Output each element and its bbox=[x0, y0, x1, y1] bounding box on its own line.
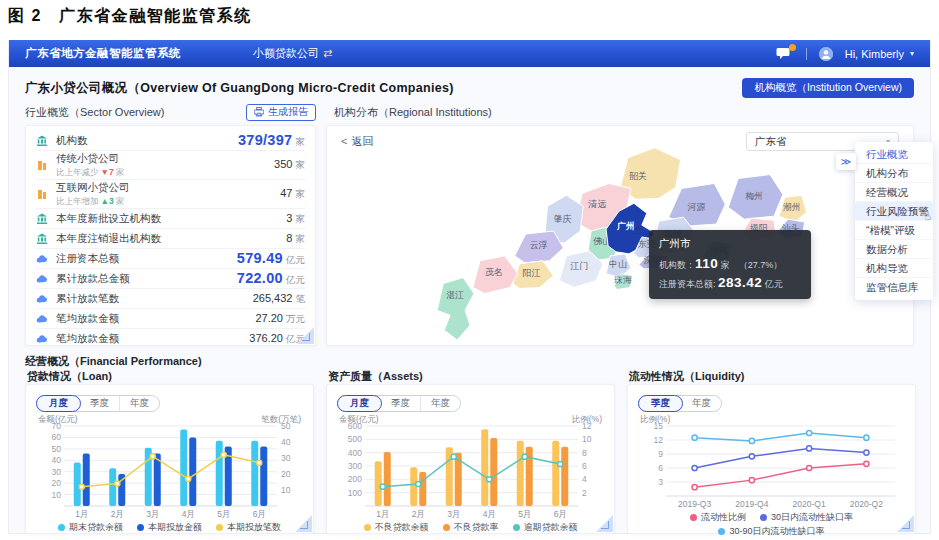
generate-report-label: 生成报告 bbox=[268, 105, 308, 119]
legend-dot-icon bbox=[443, 524, 450, 531]
stat-row: 机构数379/397 家 bbox=[36, 131, 305, 151]
chart-legend: 不良贷款余额不良贷款率逾期贷款余额 bbox=[337, 521, 604, 534]
map-region-label: 韶关 bbox=[629, 171, 647, 181]
menu-item[interactable]: 数据分析 bbox=[855, 240, 933, 259]
svg-text:50: 50 bbox=[52, 444, 62, 454]
menu-item[interactable]: 机构导览 bbox=[855, 259, 933, 278]
menu-item[interactable]: 行业风险预警☝ bbox=[855, 202, 933, 221]
map-region-label: 珠海 bbox=[614, 275, 632, 285]
stat-label: 笔均放款金额 bbox=[56, 332, 249, 346]
svg-text:70: 70 bbox=[52, 421, 62, 431]
stat-subtext: 比上年增加▲3家 bbox=[56, 196, 280, 208]
loan-chart[interactable]: 金额(亿元) 笔数(万笔) 1020304050607010203040501月… bbox=[36, 413, 303, 521]
svg-text:2019-Q4: 2019-Q4 bbox=[735, 499, 768, 509]
institution-overview-button[interactable]: 机构概览（Institution Overview) bbox=[742, 78, 914, 98]
stat-row: 注册资本总额579.49 亿元 bbox=[36, 249, 305, 269]
menu-item[interactable]: 监管信息库 bbox=[855, 278, 933, 297]
assets-chart[interactable]: 金额(亿元) 比例(%) 100200300400500600246810121… bbox=[337, 413, 604, 521]
svg-text:30: 30 bbox=[281, 453, 291, 463]
regional-map-card: 韶关清远河源梅州潮州汕头揭阳惠州汕尾肇庆云浮佛山广州东莞深圳中山珠海江门阳江茂名… bbox=[326, 125, 914, 346]
map-region-label: 潮州 bbox=[783, 202, 801, 212]
map-region-label: 肇庆 bbox=[553, 214, 571, 224]
stat-label: 注册资本总额 bbox=[56, 252, 237, 266]
map-region-label: 清远 bbox=[587, 199, 606, 209]
legend-item[interactable]: 流动性比例 bbox=[690, 511, 746, 524]
period-tabs: 季度年度 bbox=[638, 395, 722, 412]
menu-item[interactable]: 机构分布 bbox=[855, 164, 933, 183]
tab-2-0[interactable]: 季度 bbox=[638, 395, 683, 412]
tab-1-1[interactable]: 季度 bbox=[381, 396, 421, 411]
expand-corner-icon[interactable] bbox=[596, 515, 613, 532]
legend-item[interactable]: 不良贷款余额 bbox=[364, 521, 429, 534]
svg-text:60: 60 bbox=[52, 432, 62, 442]
building-icon bbox=[36, 188, 50, 200]
svg-text:3月: 3月 bbox=[146, 509, 159, 519]
menu-item[interactable]: 行业概览 bbox=[855, 145, 933, 164]
svg-text:200: 200 bbox=[348, 474, 362, 484]
page-content: 广东小贷公司概况（Overview Of GuangDong Micro-Cre… bbox=[9, 67, 930, 533]
expand-corner-icon[interactable] bbox=[897, 515, 914, 532]
legend-item[interactable]: 本期投放金额 bbox=[137, 521, 202, 534]
sector-stats-list: 机构数379/397 家传统小贷公司比上年减少▼7家350 家互联网小贷公司比上… bbox=[36, 131, 305, 349]
svg-text:4: 4 bbox=[582, 474, 587, 484]
stat-value: 27.20 万元 bbox=[255, 312, 305, 326]
loan-chart-card: 月度季度年度 金额(亿元) 笔数(万笔) 1020304050607010203… bbox=[25, 384, 314, 534]
svg-text:10: 10 bbox=[582, 434, 592, 444]
down-arrow-icon: ▼7 bbox=[101, 167, 114, 177]
legend-dot-icon bbox=[760, 514, 767, 521]
stat-value: 47 家 bbox=[280, 187, 305, 201]
user-menu[interactable]: Hi, Kimberly ▾ bbox=[819, 47, 914, 61]
nav-label: 小额贷款公司 bbox=[253, 46, 319, 61]
nav-item-micro-credit[interactable]: 小额贷款公司 ⇄ bbox=[253, 46, 332, 61]
map-region-label: 中山 bbox=[609, 259, 627, 269]
svg-text:10: 10 bbox=[52, 490, 62, 500]
tab-0-0[interactable]: 月度 bbox=[36, 395, 81, 412]
legend-item[interactable]: 逾期贷款余额 bbox=[513, 521, 578, 534]
svg-text:2月: 2月 bbox=[412, 509, 425, 519]
expand-corner-icon[interactable] bbox=[297, 327, 314, 344]
topbar-divider bbox=[806, 48, 807, 60]
expand-corner-icon[interactable] bbox=[295, 515, 312, 532]
menu-item[interactable]: 经营概况 bbox=[855, 183, 933, 202]
svg-text:6月: 6月 bbox=[253, 509, 266, 519]
tab-1-2[interactable]: 年度 bbox=[421, 396, 460, 411]
regional-institutions-title: 机构分布（Regional Institutions) bbox=[334, 105, 492, 120]
menu-collapse-button[interactable]: ≫ bbox=[836, 153, 856, 170]
menu-item[interactable]: “楷模”评级 bbox=[855, 221, 933, 240]
svg-text:100: 100 bbox=[348, 488, 362, 498]
legend-item[interactable]: 30-90日内流动性缺口率 bbox=[718, 525, 824, 538]
map-tooltip: 广州市 机构数：110 家 （27.7%） 注册资本总额: 283.42 亿元 bbox=[649, 230, 811, 299]
svg-text:6月: 6月 bbox=[554, 509, 567, 519]
notification-bell-icon[interactable] bbox=[776, 47, 792, 61]
generate-report-button[interactable]: 生成报告 bbox=[246, 104, 316, 121]
legend-dot-icon bbox=[137, 524, 144, 531]
tab-2-1[interactable]: 年度 bbox=[682, 396, 721, 411]
stat-label: 传统小贷公司 bbox=[56, 152, 274, 166]
stat-row: 本年度新批设立机构数3 家 bbox=[36, 209, 305, 229]
legend-dot-icon bbox=[216, 524, 223, 531]
stat-row: 累计放款总金额722.00 亿元 bbox=[36, 269, 305, 289]
svg-text:5月: 5月 bbox=[518, 509, 531, 519]
legend-item[interactable]: 30日内流动性缺口率 bbox=[760, 511, 853, 524]
legend-dot-icon bbox=[690, 514, 697, 521]
chart-title: 资产质量（Assets) bbox=[328, 369, 615, 384]
legend-item[interactable]: 不良贷款率 bbox=[443, 521, 499, 534]
stat-value: 722.00 亿元 bbox=[237, 270, 305, 287]
stat-row: 累计放款笔数265,432 笔 bbox=[36, 289, 305, 309]
page-title: 广东小贷公司概况（Overview Of GuangDong Micro-Cre… bbox=[25, 80, 454, 97]
legend-item[interactable]: 本期投放笔数 bbox=[216, 521, 281, 534]
chevron-down-icon: ▾ bbox=[910, 49, 914, 58]
menu-item-label: 行业风险预警 bbox=[866, 205, 929, 217]
svg-text:3: 3 bbox=[658, 477, 663, 487]
chart-title: 贷款情况（Loan) bbox=[27, 369, 314, 384]
legend-item[interactable]: 期末贷款余额 bbox=[58, 521, 123, 534]
back-button[interactable]: <返回 bbox=[341, 134, 373, 149]
map-region[interactable] bbox=[437, 278, 474, 340]
stat-value: 265,432 笔 bbox=[253, 292, 305, 306]
tab-0-1[interactable]: 季度 bbox=[80, 396, 120, 411]
stat-value: 379/397 家 bbox=[238, 132, 305, 149]
tab-1-0[interactable]: 月度 bbox=[337, 395, 382, 412]
tab-0-2[interactable]: 年度 bbox=[120, 396, 159, 411]
assets-chart-card: 月度季度年度 金额(亿元) 比例(%) 10020030040050060024… bbox=[326, 384, 615, 534]
liquidity-chart[interactable]: 比例(%) 36912152019-Q32019-Q42020-Q12020-Q… bbox=[638, 413, 905, 511]
